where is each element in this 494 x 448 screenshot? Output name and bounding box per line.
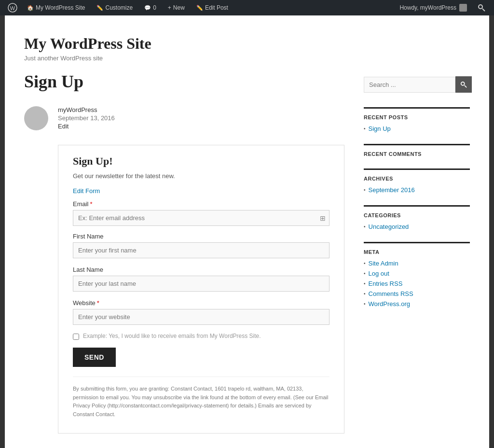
form-title: Sign Up! <box>73 155 329 168</box>
admin-bar: W 🏠 My WordPress Site ✏️ Customize 💬 0 +… <box>0 0 494 15</box>
admin-new[interactable]: + New <box>163 0 190 15</box>
admin-avatar <box>459 4 467 12</box>
author-name: myWordPress <box>58 106 115 113</box>
archives-list: • September 2016 <box>364 186 470 194</box>
email-input-wrapper: ⊞ <box>73 210 329 226</box>
admin-customize[interactable]: ✏️ Customize <box>92 0 137 15</box>
first-name-input[interactable] <box>73 242 329 258</box>
wp-logo-button[interactable]: W <box>5 0 20 15</box>
form-container: Sign Up! Get our newsletter for the late… <box>58 145 344 434</box>
meta-entries-rss[interactable]: Entries RSS <box>369 280 403 287</box>
list-item: • Log out <box>364 270 470 277</box>
email-label: Email * <box>73 200 329 208</box>
edit-form-link[interactable]: Edit Form <box>73 187 100 195</box>
svg-line-5 <box>465 85 467 87</box>
first-name-field-group: First Name <box>73 233 329 265</box>
site-title: My WordPress Site <box>24 35 470 53</box>
category-link[interactable]: Uncategorized <box>369 223 409 230</box>
checkbox-row: Example: Yes, I would like to receive em… <box>73 333 329 340</box>
svg-point-2 <box>479 5 482 9</box>
archives-title: ARCHIVES <box>364 176 470 182</box>
bullet-icon: • <box>364 301 366 307</box>
page-title: Sign Up <box>24 71 344 92</box>
sidebar-recent-posts: RECENT POSTS • Sign Up <box>364 107 470 132</box>
meta-title: META <box>364 249 470 255</box>
list-item: • September 2016 <box>364 186 470 194</box>
website-label: Website * <box>73 299 329 307</box>
checkbox-label[interactable]: Example: Yes, I would like to receive em… <box>83 333 261 339</box>
website-input[interactable] <box>73 309 329 325</box>
list-item: • Entries RSS <box>364 280 470 287</box>
sidebar-search <box>364 76 470 93</box>
form-description: Get our newsletter for the latest new. <box>73 172 329 180</box>
consent-checkbox[interactable] <box>73 334 79 340</box>
bullet-icon: • <box>364 261 366 266</box>
meta-list: • Site Admin • Log out • Entries RSS • C… <box>364 260 470 308</box>
categories-title: CATEGORIES <box>364 212 470 218</box>
post-meta-details: myWordPress September 13, 2016 Edit <box>58 106 115 130</box>
svg-point-4 <box>461 82 465 85</box>
site-tagline: Just another WordPress site <box>24 55 470 62</box>
edit-post-link[interactable]: Edit <box>58 123 115 130</box>
email-input[interactable] <box>73 210 329 226</box>
svg-line-3 <box>482 9 485 11</box>
email-field-group: Email * ⊞ <box>73 200 329 226</box>
bullet-icon: • <box>364 187 366 193</box>
recent-comments-title: RECENT COMMENTS <box>364 151 470 157</box>
content-area: Sign Up myWordPress September 13, 2016 E… <box>5 71 489 448</box>
list-item: • WordPress.org <box>364 300 470 308</box>
sidebar-meta: META • Site Admin • Log out • Entries RS… <box>364 242 470 308</box>
sidebar-archives: ARCHIVES • September 2016 <box>364 168 470 194</box>
meta-site-admin[interactable]: Site Admin <box>369 260 398 267</box>
categories-list: • Uncategorized <box>364 223 470 230</box>
sidebar-search-button[interactable] <box>455 76 472 93</box>
form-disclaimer: By submitting this form, you are grantin… <box>73 377 329 419</box>
email-icon: ⊞ <box>320 214 326 222</box>
last-name-input[interactable] <box>73 276 329 292</box>
archive-link[interactable]: September 2016 <box>369 186 415 194</box>
sidebar-categories: CATEGORIES • Uncategorized <box>364 205 470 230</box>
recent-posts-list: • Sign Up <box>364 125 470 132</box>
recent-posts-title: RECENT POSTS <box>364 114 470 120</box>
meta-comments-rss[interactable]: Comments RSS <box>369 290 413 297</box>
site-header: My WordPress Site Just another WordPress… <box>5 15 489 71</box>
website-required-star: * <box>97 299 99 307</box>
bullet-icon: • <box>364 291 366 296</box>
list-item: • Comments RSS <box>364 290 470 297</box>
list-item: • Site Admin <box>364 260 470 267</box>
meta-wordpress-org[interactable]: WordPress.org <box>369 300 410 308</box>
bullet-icon: • <box>364 224 366 229</box>
admin-site-name[interactable]: 🏠 My WordPress Site <box>22 0 90 15</box>
last-name-field-group: Last Name <box>73 266 329 298</box>
bullet-icon: • <box>364 126 366 131</box>
post-date: September 13, 2016 <box>58 114 115 122</box>
recent-post-link[interactable]: Sign Up <box>369 125 391 132</box>
website-field-group: Website * <box>73 299 329 332</box>
last-name-label: Last Name <box>73 266 329 273</box>
author-avatar <box>24 106 48 130</box>
bullet-icon: • <box>364 271 366 276</box>
email-required-star: * <box>90 200 93 208</box>
page-wrapper: My WordPress Site Just another WordPress… <box>5 15 489 448</box>
first-name-label: First Name <box>73 233 329 240</box>
post-meta-area: myWordPress September 13, 2016 Edit <box>24 106 344 130</box>
sidebar-recent-comments: RECENT COMMENTS <box>364 144 470 157</box>
admin-edit-post[interactable]: ✏️ Edit Post <box>192 0 233 15</box>
meta-log-out[interactable]: Log out <box>369 270 389 277</box>
svg-text:W: W <box>10 5 15 11</box>
list-item: • Uncategorized <box>364 223 470 230</box>
bullet-icon: • <box>364 281 366 286</box>
main-content: Sign Up myWordPress September 13, 2016 E… <box>24 71 344 434</box>
admin-howdy[interactable]: Howdy, myWordPress <box>395 0 472 15</box>
sidebar: RECENT POSTS • Sign Up RECENT COMMENTS A… <box>364 71 470 434</box>
sidebar-search-input[interactable] <box>364 77 455 93</box>
admin-search-icon[interactable] <box>474 0 489 15</box>
list-item: • Sign Up <box>364 125 470 132</box>
send-button[interactable]: SEND <box>73 348 116 367</box>
admin-comments[interactable]: 💬 0 <box>139 0 161 15</box>
